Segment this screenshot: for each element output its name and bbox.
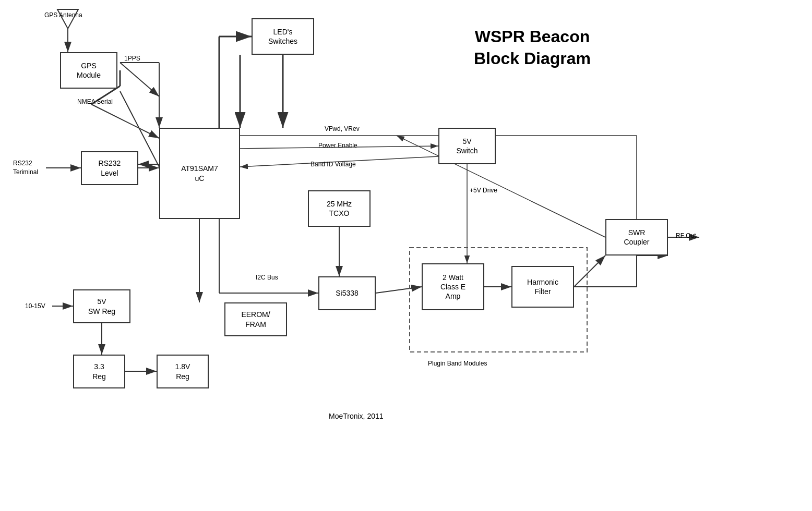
- tcxo-block: 25 MHzTCXO: [308, 190, 371, 227]
- band-id-label: Band ID Voltage: [311, 161, 356, 168]
- at91sam7-block: AT91SAM7uC: [159, 128, 240, 219]
- power-enable-label: Power Enable: [318, 142, 357, 149]
- nmea-label: NMEA Serial: [77, 98, 113, 105]
- diagram: WSPR BeaconBlock Diagram GPS Antenna GPS…: [0, 0, 812, 511]
- vfwd-label: VFwd, VRev: [325, 125, 360, 132]
- leds-switches-block: LED'sSwitches: [252, 18, 314, 55]
- gps-1pps-line: [120, 63, 159, 96]
- rf-out-label: RF Out: [676, 232, 696, 239]
- 1v8-reg-block: 1.8VReg: [157, 355, 209, 388]
- connections-svg: [0, 0, 812, 511]
- rs232-level-block: RS232Level: [81, 151, 138, 185]
- 1pps-label: 1PPS: [124, 55, 140, 62]
- si5338-block: Si5338: [318, 276, 376, 310]
- plugin-band-label: Plugin Band Modules: [428, 360, 487, 367]
- 2watt-amp-block: 2 WattClass EAmp: [422, 263, 484, 310]
- gps-module-block: GPSModule: [60, 52, 117, 89]
- 5v-switch-block: 5VSwitch: [438, 128, 496, 164]
- vfwd-line: [397, 136, 605, 237]
- power-in-label: 10-15V: [25, 302, 45, 310]
- 5v-drive-label: +5V Drive: [470, 187, 497, 194]
- harmonic-filter-block: HarmonicFilter: [511, 266, 574, 308]
- eerom-fram-block: EEROM/FRAM: [224, 302, 287, 336]
- diagram-title: WSPR BeaconBlock Diagram: [428, 26, 637, 69]
- swr-coupler-block: SWRCoupler: [605, 219, 668, 256]
- si5338-to-amp: [376, 287, 422, 293]
- nmea-to-uc: [91, 104, 159, 138]
- rs232-terminal-label: RS232Teriminal: [13, 159, 38, 177]
- credit-label: MoeTronix, 2011: [329, 412, 384, 420]
- filter-to-swr: [574, 256, 605, 287]
- gps-antenna-label: GPS Antenna: [44, 11, 82, 19]
- 5v-sw-reg-block: 5VSW Reg: [73, 289, 130, 323]
- i2c-label: I2C Bus: [256, 274, 278, 281]
- 3v3-reg-block: 3.3Reg: [73, 355, 125, 388]
